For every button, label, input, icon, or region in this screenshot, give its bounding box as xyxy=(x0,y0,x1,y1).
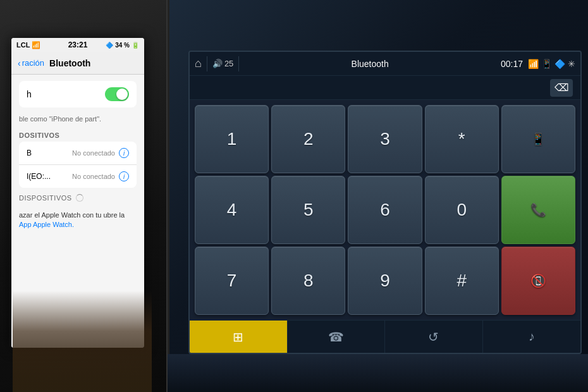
car-bezel-bottom xyxy=(168,354,588,392)
key-9[interactable]: 9 xyxy=(348,247,422,315)
car-unit-screen: ⌂ 🔊 25 Bluetooth 00:17 📶 📱 🔷 ✳ ⌫ xyxy=(188,51,582,354)
key-1[interactable]: 1 xyxy=(195,105,269,173)
eq-icon: 📶 xyxy=(528,59,539,69)
tab-dialpad[interactable]: ⊞ xyxy=(190,321,288,353)
key-4[interactable]: 4 xyxy=(195,176,269,244)
recent-icon: ↺ xyxy=(428,329,439,345)
divider-2 xyxy=(238,56,239,71)
volume-display: 🔊 25 xyxy=(212,59,233,68)
key-phone-book[interactable]: 📱 xyxy=(501,105,575,173)
display-row: ⌫ xyxy=(190,76,580,100)
key-0[interactable]: 0 xyxy=(425,176,499,244)
keypad-grid: 1 2 3 * 📱 4 5 6 0 📞 7 8 9 # 📵 xyxy=(190,100,580,320)
bt-icon: 🔷 xyxy=(554,59,565,69)
key-call[interactable]: 📞 xyxy=(501,176,575,244)
bluetooth-toggle-label: h xyxy=(27,89,32,99)
device-row-1[interactable]: B No conectado i xyxy=(19,142,137,165)
key-hash[interactable]: # xyxy=(425,247,499,315)
other-devices-label: DISPOSITIVOS xyxy=(19,194,72,202)
wifi-icon: 📶 xyxy=(32,41,40,49)
key-8[interactable]: 8 xyxy=(271,247,345,315)
device-2-name: I(EO:... xyxy=(27,172,51,181)
device-row-2[interactable]: I(EO:... No conectado i xyxy=(19,165,137,188)
music-icon: ♪ xyxy=(529,329,535,344)
watch-promo-link[interactable]: App Apple Watch. xyxy=(19,221,74,228)
volume-value: 25 xyxy=(224,59,233,68)
status-right: 🔷 34 % 🔋 xyxy=(106,42,139,49)
car-bt-label: Bluetooth xyxy=(244,59,496,69)
tab-contacts[interactable]: ☎ xyxy=(288,321,386,353)
car-status-bar: ⌂ 🔊 25 Bluetooth 00:17 📶 📱 🔷 ✳ xyxy=(190,52,580,76)
watch-promo-text: azar el Apple Watch con tu ubre la xyxy=(19,211,125,219)
key-3[interactable]: 3 xyxy=(348,105,422,173)
key-2[interactable]: 2 xyxy=(271,105,345,173)
bluetooth-toggle[interactable] xyxy=(105,87,129,101)
dialpad-icon: ⊞ xyxy=(233,329,243,345)
nav-back-label: ración xyxy=(22,58,44,68)
dialpad-container: ⌫ 1 2 3 * 📱 4 5 6 0 📞 7 8 9 # xyxy=(190,76,580,353)
nav-title: Bluetooth xyxy=(49,58,90,68)
bt-status-icon: 🔷 xyxy=(106,42,113,49)
device-2-status: No conectado xyxy=(72,173,115,180)
car-status-icons: 📶 📱 🔷 ✳ xyxy=(528,59,575,69)
bt2-icon: ✳ xyxy=(568,59,575,69)
battery-icon: 🔋 xyxy=(132,42,139,49)
sim-icon: 📱 xyxy=(541,59,552,69)
tab-music[interactable]: ♪ xyxy=(483,321,581,353)
carrier-label: LCL xyxy=(16,41,30,49)
other-devices-header: DISPOSITIVOS xyxy=(11,188,144,204)
visible-as-text: ble como "iPhone de part". xyxy=(11,115,144,126)
device-1-name: B xyxy=(27,149,32,157)
key-5[interactable]: 5 xyxy=(271,176,345,244)
spinner-icon xyxy=(76,194,83,202)
devices-list: B No conectado i I(EO:... No conectado i xyxy=(19,142,137,188)
info-icon-2[interactable]: i xyxy=(119,171,129,181)
backspace-button[interactable]: ⌫ xyxy=(550,79,573,97)
nav-back-button[interactable]: ‹ ración xyxy=(18,58,44,68)
info-icon-1[interactable]: i xyxy=(119,148,129,158)
tab-recent[interactable]: ↺ xyxy=(385,321,483,353)
my-devices-header: DOSITIVOS xyxy=(11,126,144,142)
home-icon[interactable]: ⌂ xyxy=(195,57,202,70)
status-left: LCL 📶 xyxy=(16,41,40,49)
bluetooth-toggle-row[interactable]: h xyxy=(19,81,137,107)
device-1-status: No conectado xyxy=(72,149,115,157)
phone-area: LCL 📶 23:21 🔷 34 % 🔋 ‹ ración Bluetooth xyxy=(0,0,168,392)
chevron-left-icon: ‹ xyxy=(18,58,21,68)
divider-1 xyxy=(207,56,207,71)
key-end-call[interactable]: 📵 xyxy=(501,247,575,315)
hand-overlay xyxy=(13,291,152,392)
clock: 23:21 xyxy=(68,40,88,49)
car-unit: ⌂ 🔊 25 Bluetooth 00:17 📶 📱 🔷 ✳ ⌫ xyxy=(168,0,588,392)
nav-bar: ‹ ración Bluetooth xyxy=(11,52,144,75)
speaker-icon: 🔊 xyxy=(212,59,223,68)
iphone-status-bar: LCL 📶 23:21 🔷 34 % 🔋 xyxy=(11,38,144,52)
watch-promo: azar el Apple Watch con tu ubre la App A… xyxy=(11,204,144,236)
car-time: 00:17 xyxy=(501,59,523,69)
key-7[interactable]: 7 xyxy=(195,247,269,315)
bottom-tabs: ⊞ ☎ ↺ ♪ xyxy=(190,320,580,353)
key-6[interactable]: 6 xyxy=(348,176,422,244)
battery-label: 34 % xyxy=(115,42,130,49)
bluetooth-toggle-section: h xyxy=(11,75,144,115)
contacts-icon: ☎ xyxy=(328,329,344,345)
key-star[interactable]: * xyxy=(425,105,499,173)
